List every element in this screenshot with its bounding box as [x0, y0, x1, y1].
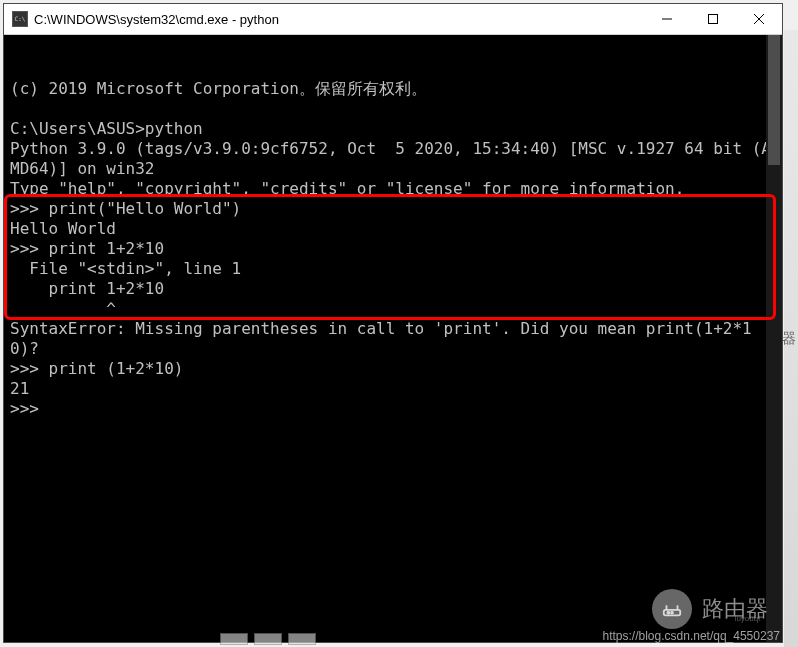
cmd-window: C:\WINDOWS\system32\cmd.exe - python (c)…: [3, 3, 783, 643]
close-button[interactable]: [736, 4, 782, 34]
terminal-line: File "<stdin>", line 1: [10, 259, 776, 279]
watermark-url: https://blog.csdn.net/qq_4550237: [603, 629, 780, 643]
terminal-line: Hello World: [10, 219, 776, 239]
minimize-button[interactable]: [644, 4, 690, 34]
terminal-line: Python 3.9.0 (tags/v3.9.0:9cf6752, Oct 5…: [10, 139, 776, 179]
scrollbar-thumb[interactable]: [768, 35, 780, 165]
thumbnail: [220, 633, 248, 645]
watermark-badge: 路由器: [652, 589, 768, 629]
terminal-line: (c) 2019 Microsoft Corporation。保留所有权利。: [10, 79, 776, 99]
titlebar[interactable]: C:\WINDOWS\system32\cmd.exe - python: [4, 4, 782, 35]
scrollbar[interactable]: [766, 35, 782, 642]
terminal-line: 21: [10, 379, 776, 399]
terminal-line: SyntaxError: Missing parentheses in call…: [10, 319, 776, 359]
watermark-small-text: luyouqi: [735, 614, 760, 623]
window-controls: [644, 4, 782, 34]
terminal-line: >>> print (1+2*10): [10, 359, 776, 379]
maximize-button[interactable]: [690, 4, 736, 34]
terminal-line: >>>: [10, 399, 776, 419]
svg-point-3: [671, 612, 673, 614]
terminal-line: [10, 99, 776, 119]
terminal-line: >>> print("Hello World"): [10, 199, 776, 219]
terminal-line: Type "help", "copyright", "credits" or "…: [10, 179, 776, 199]
svg-point-2: [667, 612, 669, 614]
router-icon: [652, 589, 692, 629]
terminal-area[interactable]: (c) 2019 Microsoft Corporation。保留所有权利。C:…: [4, 35, 782, 642]
terminal-line: >>> print 1+2*10: [10, 239, 776, 259]
minimize-icon: [662, 14, 672, 24]
svg-rect-0: [709, 15, 718, 24]
window-title: C:\WINDOWS\system32\cmd.exe - python: [34, 12, 644, 27]
thumbnail: [288, 633, 316, 645]
terminal-line: ^: [10, 299, 776, 319]
background-thumbnails: [220, 633, 316, 647]
thumbnail: [254, 633, 282, 645]
close-icon: [754, 14, 764, 24]
terminal-line: print 1+2*10: [10, 279, 776, 299]
cmd-icon: [12, 11, 28, 27]
background-side-strip: [784, 30, 798, 647]
terminal-line: C:\Users\ASUS>python: [10, 119, 776, 139]
maximize-icon: [708, 14, 718, 24]
